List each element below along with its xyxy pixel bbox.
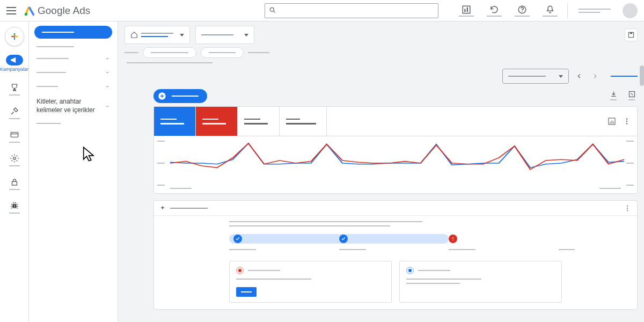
account-scope-dropdown[interactable] <box>125 26 190 44</box>
expand-button[interactable] <box>626 90 638 102</box>
rail-tools[interactable] <box>0 104 28 121</box>
sidebar-active-item[interactable] <box>34 26 112 39</box>
sidebar-item-3[interactable] <box>29 65 118 79</box>
filter-bar <box>125 47 638 58</box>
rail-campaigns[interactable]: Kampanyalar <box>0 53 28 74</box>
rail-admin[interactable] <box>0 151 28 169</box>
plus-multicolor-icon <box>10 32 19 41</box>
chevron-down-icon <box>105 70 110 75</box>
menu-icon[interactable] <box>6 6 16 16</box>
sparkle-icon <box>159 205 166 211</box>
check-icon <box>341 236 346 241</box>
notifications-icon[interactable] <box>539 0 561 21</box>
tools-icon <box>10 106 19 116</box>
scrollbar-thumb[interactable] <box>640 65 644 86</box>
date-preset-link[interactable] <box>611 76 638 77</box>
sidebar-item-2[interactable] <box>29 52 118 65</box>
download-button[interactable] <box>608 90 619 102</box>
chart-settings-icon[interactable] <box>607 116 617 126</box>
filter-chip-1[interactable] <box>143 47 196 58</box>
svg-rect-4 <box>464 9 465 12</box>
line-chart <box>154 136 637 188</box>
filter-trailing <box>248 52 269 53</box>
rail-billing[interactable] <box>0 128 28 145</box>
lock-icon <box>10 177 19 187</box>
left-rail: Kampanyalar <box>0 21 29 322</box>
check-icon <box>235 236 240 241</box>
suggestion-card-1 <box>229 261 392 303</box>
step-3-error <box>449 235 457 243</box>
gear-icon <box>10 153 19 163</box>
sidebar-item-1[interactable] <box>29 42 118 52</box>
metric-tab-3[interactable] <box>238 107 280 136</box>
save-icon <box>627 31 635 39</box>
caret-down-icon <box>244 34 248 36</box>
metric-tab-4[interactable] <box>280 107 327 136</box>
apply-button[interactable] <box>236 287 257 297</box>
refresh-icon[interactable] <box>484 0 505 21</box>
more-icon[interactable] <box>623 204 632 213</box>
svg-point-24 <box>627 209 628 210</box>
svg-line-2 <box>274 11 275 12</box>
performance-chart-card <box>153 106 638 194</box>
header-actions <box>456 0 638 21</box>
recommendation-description <box>229 221 562 226</box>
megaphone-icon <box>10 55 19 65</box>
metric-tabs <box>154 107 637 136</box>
filter-label <box>125 52 138 53</box>
sidebar-item-audiences[interactable]: Kitleler, anahtar kelimeler ve içerikler <box>29 93 118 119</box>
metric-tab-2[interactable] <box>196 107 238 136</box>
brand-light: Ads <box>73 5 91 16</box>
avatar[interactable] <box>623 3 638 18</box>
bug-icon <box>10 201 19 210</box>
y-axis-right <box>626 141 634 186</box>
svg-point-20 <box>626 121 627 122</box>
section-breadcrumb <box>127 62 213 63</box>
date-range-picker[interactable] <box>502 69 569 84</box>
sidebar-item-4[interactable] <box>29 79 118 93</box>
caret-down-icon <box>559 75 563 78</box>
svg-point-7 <box>522 11 523 12</box>
rail-bug[interactable] <box>0 199 28 216</box>
home-icon <box>130 31 138 39</box>
search-icon <box>269 6 276 14</box>
chevron-down-icon <box>105 84 110 89</box>
search-input[interactable] <box>265 3 438 18</box>
more-icon[interactable] <box>622 116 632 126</box>
new-entity-button[interactable] <box>153 89 207 103</box>
product-logo[interactable]: Google Ads <box>24 5 90 17</box>
chevron-down-icon <box>105 56 110 61</box>
sidebar-item-6[interactable] <box>29 119 118 128</box>
svg-rect-15 <box>630 32 633 34</box>
plus-icon <box>158 92 166 100</box>
sidebar: Kitleler, anahtar kelimeler ve içerikler <box>29 21 118 322</box>
svg-rect-11 <box>12 181 17 185</box>
svg-point-1 <box>270 8 274 11</box>
step-labels <box>229 249 562 253</box>
suggestion-card-2 <box>399 261 562 303</box>
metric-tab-1[interactable] <box>154 107 196 136</box>
campaign-scope-dropdown[interactable] <box>195 26 254 44</box>
x-axis <box>154 188 637 193</box>
rail-security[interactable] <box>0 175 28 192</box>
svg-rect-5 <box>467 7 468 12</box>
svg-point-0 <box>25 12 28 15</box>
save-view-button[interactable] <box>625 28 638 41</box>
reports-icon[interactable] <box>456 0 477 21</box>
account-switcher[interactable] <box>579 9 611 13</box>
divider <box>567 3 568 18</box>
help-icon[interactable] <box>511 0 533 21</box>
svg-point-23 <box>627 207 628 208</box>
date-prev-button[interactable] <box>573 70 585 82</box>
step-1-done <box>233 235 242 243</box>
trophy-icon <box>10 83 19 92</box>
rail-goals[interactable] <box>0 80 28 98</box>
filter-chip-2[interactable] <box>201 47 244 58</box>
svg-rect-3 <box>463 6 470 13</box>
create-button[interactable] <box>5 27 24 46</box>
caret-down-icon <box>180 34 184 36</box>
date-next-button[interactable] <box>589 70 601 82</box>
search-container <box>265 3 438 18</box>
rail-campaigns-label: Kampanyalar <box>0 67 28 72</box>
expand-icon <box>628 90 636 98</box>
